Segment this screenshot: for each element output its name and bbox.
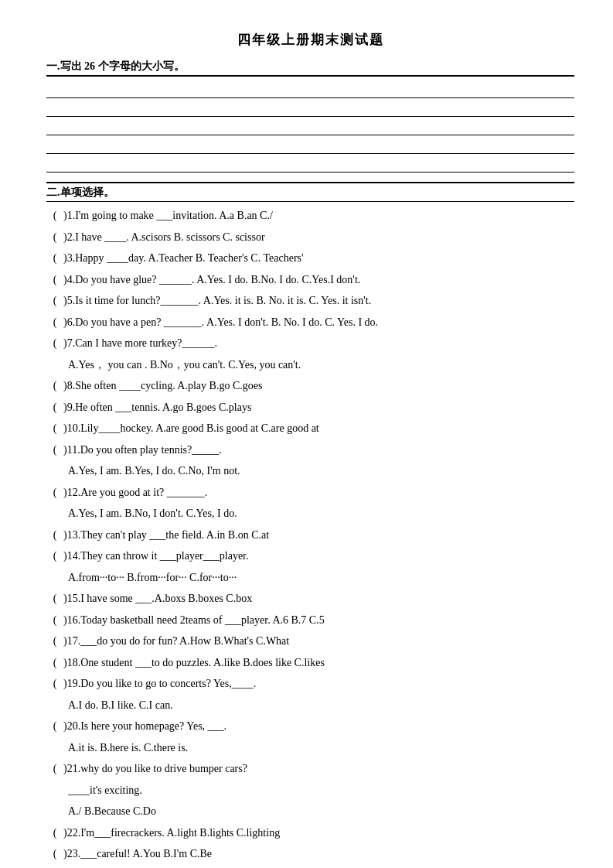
- question-item: ()7.Can I have more turkey?______.: [46, 334, 574, 354]
- question-item: ()5.Is it time for lunch?_______. A.Yes.…: [46, 292, 574, 311]
- question-line: ()8.She often ____cycling. A.play B.go C…: [46, 377, 574, 396]
- question-paren: (: [46, 249, 63, 268]
- question-text: )11.Do you often play tennis?_____.: [63, 441, 574, 460]
- question-paren: (: [46, 632, 63, 651]
- question-line: ()1.I'm going to make ___invitation. A.a…: [46, 207, 574, 226]
- question-text: )8.She often ____cycling. A.play B.go C.…: [63, 377, 574, 396]
- question-item: A./ B.Because C.Do: [46, 802, 574, 822]
- question-paren: (: [46, 377, 63, 396]
- question-paren: (: [46, 292, 63, 311]
- question-text: )9.He often ___tennis. A.go B.goes C.pla…: [63, 398, 574, 418]
- question-text: )14.They can throw it ___player___player…: [63, 547, 574, 566]
- question-text: )22.I'm___firecrackers. A.light B.lights…: [63, 824, 574, 843]
- question-text: )20.Is here your homepage? Yes, ___.: [63, 717, 574, 736]
- question-item: ()17.___do you do for fun? A.How B.What'…: [46, 632, 574, 651]
- question-paren: (: [46, 675, 63, 694]
- question-continuation: A.it is. B.here is. C.there is.: [46, 739, 574, 758]
- question-paren: (: [46, 228, 63, 248]
- question-paren: (: [46, 271, 63, 290]
- writing-line: [46, 81, 574, 98]
- writing-line: [46, 137, 574, 154]
- question-line: ()4.Do you have glue? ______. A.Yes. I d…: [46, 271, 574, 290]
- question-item: ()11.Do you often play tennis?_____.: [46, 441, 574, 460]
- question-line: ()13.They can't play ___the field. A.in …: [46, 526, 574, 545]
- question-line: ()7.Can I have more turkey?______.: [46, 334, 574, 354]
- question-text: )17.___do you do for fun? A.How B.What's…: [63, 632, 574, 651]
- question-item: ____it's exciting.: [46, 781, 574, 801]
- question-text: )3.Happy ____day. A.Teacher B. Teacher's…: [63, 249, 574, 268]
- question-item: A.from···to··· B.from···for··· C.for···t…: [46, 569, 574, 588]
- question-line: ()3.Happy ____day. A.Teacher B. Teacher'…: [46, 249, 574, 268]
- question-text: )21.why do you like to drive bumper cars…: [63, 760, 574, 779]
- question-item: A.Yes, I am. B.Yes, I do. C.No, I'm not.: [46, 462, 574, 481]
- question-text: )13.They can't play ___the field. A.in B…: [63, 526, 574, 545]
- question-item: ()22.I'm___firecrackers. A.light B.light…: [46, 824, 574, 843]
- question-text: )10.Lily____hockey. A.are good B.is good…: [63, 419, 574, 439]
- writing-line: [46, 155, 574, 173]
- question-line: ()20.Is here your homepage? Yes, ___.: [46, 717, 574, 736]
- question-item: ()23.___careful! A.You B.I'm C.Be: [46, 845, 574, 864]
- question-text: )7.Can I have more turkey?______.: [63, 334, 574, 354]
- question-line: ()9.He often ___tennis. A.go B.goes C.pl…: [46, 398, 574, 418]
- question-item: ()3.Happy ____day. A.Teacher B. Teacher'…: [46, 249, 574, 268]
- question-text: )4.Do you have glue? ______. A.Yes. I do…: [63, 271, 574, 290]
- question-item: ()14.They can throw it ___player___playe…: [46, 547, 574, 566]
- question-item: ()1.I'm going to make ___invitation. A.a…: [46, 207, 574, 226]
- question-paren: (: [46, 824, 63, 843]
- question-paren: (: [46, 717, 63, 736]
- question-paren: (: [46, 207, 63, 226]
- question-item: ()15.I have some ___.A.boxs B.boxes C.bo…: [46, 589, 574, 609]
- question-paren: (: [46, 441, 63, 460]
- question-paren: (: [46, 654, 63, 673]
- question-item: ()6.Do you have a pen? _______. A.Yes. I…: [46, 313, 574, 333]
- question-line: ()12.Are you good at it? _______.: [46, 484, 574, 503]
- question-line: ()17.___do you do for fun? A.How B.What'…: [46, 632, 574, 651]
- questions-area: ()1.I'm going to make ___invitation. A.a…: [46, 207, 574, 868]
- question-line: ()6.Do you have a pen? _______. A.Yes. I…: [46, 313, 574, 333]
- question-item: ()10.Lily____hockey. A.are good B.is goo…: [46, 419, 574, 439]
- question-paren: (: [46, 760, 63, 779]
- writing-line: [46, 100, 574, 117]
- question-paren: (: [46, 334, 63, 354]
- question-text: )15.I have some ___.A.boxs B.boxes C.box: [63, 589, 574, 609]
- question-line: ()10.Lily____hockey. A.are good B.is goo…: [46, 419, 574, 439]
- question-continuation: A.Yes, I am. B.No, I don't. C.Yes, I do.: [46, 504, 574, 524]
- writing-lines-area: [46, 81, 574, 173]
- question-line: ()22.I'm___firecrackers. A.light B.light…: [46, 824, 574, 843]
- question-paren: (: [46, 589, 63, 609]
- question-continuation: A./ B.Because C.Do: [46, 802, 574, 822]
- section1-header: 一.写出 26 个字母的大小写。: [46, 60, 574, 77]
- question-text: )23.___careful! A.You B.I'm C.Be: [63, 845, 574, 864]
- question-text: )5.Is it time for lunch?_______. A.Yes. …: [63, 292, 574, 311]
- question-item: A.Yes， you can . B.No，you can't. C.Yes, …: [46, 356, 574, 375]
- question-item: ()12.Are you good at it? _______.: [46, 484, 574, 503]
- question-line: ()21.why do you like to drive bumper car…: [46, 760, 574, 779]
- question-continuation: A.Yes, I am. B.Yes, I do. C.No, I'm not.: [46, 462, 574, 481]
- question-text: )12.Are you good at it? _______.: [63, 484, 574, 503]
- question-line: ()23.___careful! A.You B.I'm C.Be: [46, 845, 574, 864]
- question-paren: (: [46, 398, 63, 418]
- question-paren: (: [46, 547, 63, 566]
- question-item: ()18.One student ___to do puzzles. A.lik…: [46, 654, 574, 673]
- question-paren: (: [46, 313, 63, 333]
- question-item: ()20.Is here your homepage? Yes, ___.: [46, 717, 574, 736]
- question-line: ()18.One student ___to do puzzles. A.lik…: [46, 654, 574, 673]
- question-paren: (: [46, 611, 63, 630]
- question-paren: (: [46, 845, 63, 864]
- question-continuation: A.I do. B.I like. C.I can.: [46, 696, 574, 716]
- question-text: )18.One student ___to do puzzles. A.like…: [63, 654, 574, 673]
- question-item: ()16.Today basketball need 2teams of ___…: [46, 611, 574, 630]
- question-item: A.Yes, I am. B.No, I don't. C.Yes, I do.: [46, 504, 574, 524]
- question-line: ()15.I have some ___.A.boxs B.boxes C.bo…: [46, 589, 574, 609]
- question-line: ()5.Is it time for lunch?_______. A.Yes.…: [46, 292, 574, 311]
- question-line: ()2.I have ____. A.scisors B. scissors C…: [46, 228, 574, 248]
- question-continuation: A.from···to··· B.from···for··· C.for···t…: [46, 569, 574, 588]
- question-item: ()13.They can't play ___the field. A.in …: [46, 526, 574, 545]
- question-item: ()21.why do you like to drive bumper car…: [46, 760, 574, 779]
- question-text: )1.I'm going to make ___invitation. A.a …: [63, 207, 574, 226]
- question-line: ()14.They can throw it ___player___playe…: [46, 547, 574, 566]
- question-paren: (: [46, 484, 63, 503]
- question-item: A.I do. B.I like. C.I can.: [46, 696, 574, 716]
- section2-header: 二.单项选择。: [46, 182, 574, 202]
- question-continuation: ____it's exciting.: [46, 781, 574, 801]
